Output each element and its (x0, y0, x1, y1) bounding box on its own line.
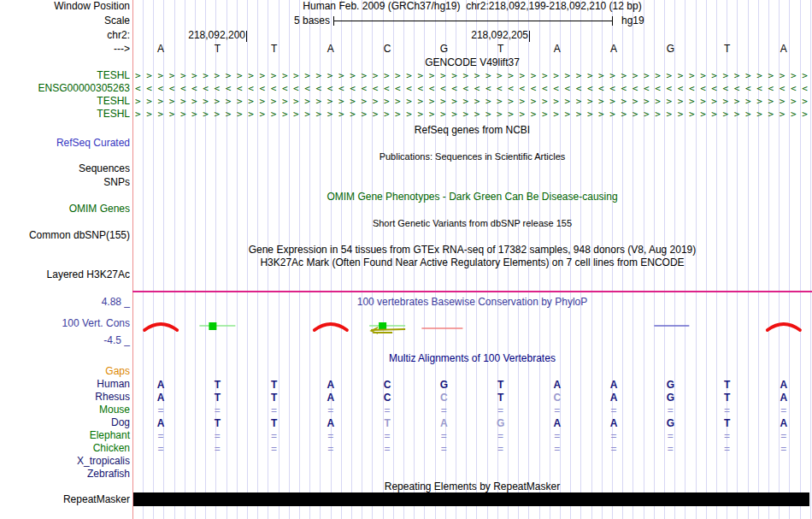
alignment-base: G (667, 379, 674, 391)
alignment-base: = (724, 404, 730, 416)
alignment-base: A (780, 417, 788, 429)
gene-strand-arrows[interactable]: >>>>>>>>>>>>>>>>>>>>>>>>>>>>>>>>>>>>>>>>… (135, 109, 809, 121)
alignment-base: T (724, 379, 730, 391)
species-label[interactable]: Rhesus (0, 392, 130, 403)
species-label[interactable]: X_tropicalis (0, 456, 130, 467)
layered-h3k27ac-label[interactable]: Layered H3K27Ac (0, 269, 130, 280)
alignment-base: = (441, 443, 447, 455)
alignment-base: A (157, 417, 165, 429)
species-label[interactable]: Mouse (0, 404, 130, 416)
alignment-base: G (667, 392, 674, 404)
alignment-base: = (327, 404, 333, 416)
alignment-base: T (724, 392, 730, 404)
publications-track-title: Publications: Sequences in Scientific Ar… (132, 151, 812, 162)
base-letter: T (271, 44, 277, 55)
species-label[interactable]: Human (0, 379, 130, 390)
common-dbsnp-label[interactable]: Common dbSNP(155) (0, 230, 130, 241)
scale-ruler-line (333, 21, 613, 21)
alignment-base: = (668, 430, 674, 442)
omim-genes-label[interactable]: OMIM Genes (0, 203, 130, 215)
alignment-base: A (610, 379, 618, 391)
alignment-base: = (271, 443, 277, 455)
gencode-track-title: GENCODE V49lift37 (132, 57, 812, 68)
scale-ruler-right-tick (612, 16, 613, 26)
alignment-base: T (271, 417, 277, 429)
alignment-base: T (215, 379, 221, 391)
alignment-base: = (441, 430, 447, 442)
alignment-base: = (215, 404, 221, 416)
alignment-base: A (780, 392, 788, 404)
alignment-base: A (780, 379, 788, 391)
alignment-base: C (440, 392, 448, 404)
alignment-base: = (611, 430, 617, 442)
h3k27ac-baseline-rule (132, 291, 812, 292)
dbsnp-track-title: Short Genetic Variants from dbSNP releas… (132, 218, 812, 229)
alignment-base: = (780, 430, 786, 442)
species-label[interactable]: Zebrafish (0, 469, 130, 480)
base-letter: T (497, 44, 503, 55)
alignment-base: = (497, 430, 503, 442)
assembly-text: Human Feb. 2009 (GRCh37/hg19) (303, 0, 460, 12)
alignment-base: A (554, 379, 562, 391)
alignment-base: = (385, 430, 391, 442)
alignment-base: C (384, 379, 391, 391)
genome-browser-image: Window Position Human Feb. 2009 (GRCh37/… (0, 0, 812, 519)
gene-label[interactable]: ENSG00000305263 (0, 83, 130, 94)
window-position-value: Human Feb. 2009 (GRCh37/hg19) chr2:218,0… (132, 1, 812, 12)
alignment-base: = (724, 443, 730, 455)
gene-label[interactable]: TESHL (0, 109, 130, 120)
conservation-track-label[interactable]: 100 Vert. Cons (0, 318, 130, 329)
alignment-base: T (497, 392, 503, 404)
alignment-base: = (611, 404, 617, 416)
gene-strand-arrows[interactable]: >>>>>>>>>>>>>>>>>>>>>>>>>>>>>>>>>>>>>>>>… (135, 70, 809, 82)
alignment-base: = (497, 443, 503, 455)
alignment-base: C (384, 392, 391, 404)
alignment-base: = (780, 404, 786, 416)
multiz-track-title: Multiz Alignments of 100 Vertebrates (132, 353, 812, 364)
ruler-tick-mark-1 (246, 31, 247, 42)
sequences-label[interactable]: Sequences (0, 163, 130, 174)
gtex-track-title: Gene Expression in 54 tissues from GTEx … (132, 245, 812, 256)
alignment-base: = (158, 404, 164, 416)
alignment-base: A (157, 379, 165, 391)
alignment-base: A (610, 417, 618, 429)
alignment-base: = (215, 430, 221, 442)
conservation-scale-max: 4.88 _ (0, 297, 130, 308)
species-label[interactable]: Chicken (0, 443, 130, 454)
alignment-base: T (215, 392, 221, 404)
species-label[interactable]: Dog (0, 417, 130, 428)
gene-strand-arrows[interactable]: <<<<<<<<<<<<<<<<<<<<<<<<<<<<<<<<<<<<<<<<… (135, 83, 809, 95)
alignment-base: = (327, 443, 333, 455)
refseq-track-title: RefSeq genes from NCBI (132, 125, 812, 136)
alignment-base: = (780, 443, 786, 455)
position-text: chr2:218,092,199-218,092,210 (12 bp) (466, 0, 642, 12)
alignment-base: A (327, 379, 335, 391)
alignment-base: G (497, 417, 504, 429)
scale-label: Scale (0, 15, 130, 27)
ruler-tick-label-1: 218,092,200 (145, 30, 245, 41)
conservation-scale-min: -4.5 _ (0, 335, 130, 346)
refseq-curated-label[interactable]: RefSeq Curated (0, 138, 130, 149)
alignment-base: T (271, 379, 277, 391)
species-label[interactable]: Elephant (0, 430, 130, 441)
base-letter: A (327, 44, 334, 55)
alignment-base: = (497, 404, 503, 416)
gene-strand-arrows[interactable]: >>>>>>>>>>>>>>>>>>>>>>>>>>>>>>>>>>>>>>>>… (135, 96, 809, 108)
ruler-tick-label-2: 218,092,205 (427, 30, 528, 41)
base-letter: A (780, 44, 787, 55)
alignment-base: A (554, 417, 562, 429)
snps-label[interactable]: SNPs (0, 177, 130, 188)
repeatmasker-element-bar[interactable] (133, 492, 809, 506)
gene-label[interactable]: TESHL (0, 70, 130, 81)
alignment-base: A (157, 392, 165, 404)
species-label[interactable]: Gaps (0, 366, 130, 377)
alignment-base: T (271, 392, 277, 404)
h3k27ac-track-title: H3K27Ac Mark (Often Found Near Active Re… (132, 257, 812, 268)
repeatmasker-label[interactable]: RepeatMasker (0, 494, 130, 505)
gene-label[interactable]: TESHL (0, 96, 130, 107)
scale-ruler-left-tick (333, 16, 334, 26)
scale-value: 5 bases (256, 15, 330, 27)
alignment-base: = (554, 404, 560, 416)
alignment-base: = (327, 430, 333, 442)
alignment-base: T (384, 417, 390, 429)
